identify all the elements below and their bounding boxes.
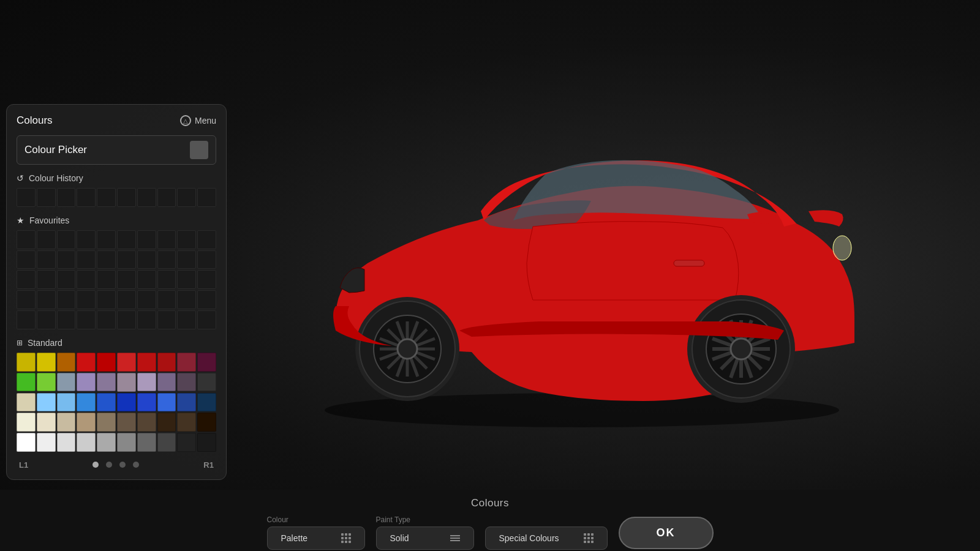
history-cell[interactable] (57, 188, 76, 207)
standard-color-cell[interactable] (17, 413, 36, 432)
fav-cell[interactable] (197, 290, 216, 309)
fav-cell[interactable] (77, 230, 96, 249)
standard-color-cell[interactable] (137, 393, 156, 412)
standard-color-cell[interactable] (37, 413, 56, 432)
standard-color-cell[interactable] (137, 373, 156, 392)
standard-color-cell[interactable] (57, 353, 76, 372)
standard-color-cell[interactable] (37, 433, 56, 452)
fav-cell[interactable] (57, 270, 76, 289)
fav-cell[interactable] (177, 290, 196, 309)
fav-cell[interactable] (177, 310, 196, 329)
fav-cell[interactable] (137, 290, 156, 309)
history-cell[interactable] (117, 188, 136, 207)
standard-color-cell[interactable] (37, 393, 56, 412)
standard-color-cell[interactable] (117, 353, 136, 372)
fav-cell[interactable] (97, 270, 116, 289)
standard-color-cell[interactable] (177, 413, 196, 432)
solid-button[interactable]: Solid (376, 527, 474, 550)
standard-color-cell[interactable] (77, 413, 96, 432)
standard-color-cell[interactable] (197, 353, 216, 372)
fav-cell[interactable] (137, 310, 156, 329)
standard-color-cell[interactable] (57, 413, 76, 432)
fav-cell[interactable] (77, 270, 96, 289)
fav-cell[interactable] (157, 270, 176, 289)
fav-cell[interactable] (197, 310, 216, 329)
standard-color-cell[interactable] (77, 393, 96, 412)
fav-cell[interactable] (157, 290, 176, 309)
standard-color-cell[interactable] (17, 433, 36, 452)
history-cell[interactable] (137, 188, 156, 207)
standard-color-cell[interactable] (197, 433, 216, 452)
standard-color-cell[interactable] (57, 373, 76, 392)
standard-color-cell[interactable] (177, 433, 196, 452)
fav-cell[interactable] (37, 230, 56, 249)
standard-color-cell[interactable] (17, 393, 36, 412)
standard-color-cell[interactable] (17, 373, 36, 392)
fav-cell[interactable] (57, 250, 76, 269)
standard-color-cell[interactable] (197, 373, 216, 392)
fav-cell[interactable] (157, 230, 176, 249)
standard-color-cell[interactable] (17, 353, 36, 372)
standard-color-cell[interactable] (197, 413, 216, 432)
fav-cell[interactable] (97, 230, 116, 249)
standard-color-cell[interactable] (97, 433, 116, 452)
fav-cell[interactable] (57, 310, 76, 329)
history-cell[interactable] (97, 188, 116, 207)
fav-cell[interactable] (57, 230, 76, 249)
fav-cell[interactable] (77, 290, 96, 309)
nav-l1[interactable]: L1 (19, 460, 28, 470)
fav-cell[interactable] (37, 270, 56, 289)
standard-color-cell[interactable] (97, 413, 116, 432)
ok-button[interactable]: OK (619, 517, 714, 549)
fav-cell[interactable] (157, 310, 176, 329)
fav-cell[interactable] (97, 310, 116, 329)
nav-r1[interactable]: R1 (203, 460, 214, 470)
standard-color-cell[interactable] (117, 413, 136, 432)
fav-cell[interactable] (157, 250, 176, 269)
fav-cell[interactable] (17, 310, 36, 329)
standard-color-cell[interactable] (77, 433, 96, 452)
standard-color-cell[interactable] (157, 353, 176, 372)
standard-color-cell[interactable] (57, 433, 76, 452)
standard-color-cell[interactable] (97, 393, 116, 412)
fav-cell[interactable] (17, 250, 36, 269)
palette-button[interactable]: Palette (267, 527, 365, 550)
fav-cell[interactable] (17, 290, 36, 309)
fav-cell[interactable] (177, 230, 196, 249)
standard-color-cell[interactable] (137, 433, 156, 452)
fav-cell[interactable] (117, 270, 136, 289)
standard-color-cell[interactable] (37, 353, 56, 372)
fav-cell[interactable] (177, 270, 196, 289)
standard-color-cell[interactable] (77, 353, 96, 372)
standard-color-cell[interactable] (157, 433, 176, 452)
fav-cell[interactable] (17, 270, 36, 289)
fav-cell[interactable] (37, 250, 56, 269)
history-cell[interactable] (17, 188, 36, 207)
fav-cell[interactable] (137, 270, 156, 289)
fav-cell[interactable] (137, 250, 156, 269)
nav-dot-2[interactable] (106, 462, 112, 468)
history-cell[interactable] (157, 188, 176, 207)
standard-color-cell[interactable] (117, 433, 136, 452)
fav-cell[interactable] (197, 230, 216, 249)
standard-color-cell[interactable] (137, 353, 156, 372)
nav-dot-1[interactable] (92, 462, 99, 468)
fav-cell[interactable] (17, 230, 36, 249)
colour-picker-row[interactable]: Colour Picker (17, 135, 216, 165)
standard-color-cell[interactable] (177, 353, 196, 372)
standard-color-cell[interactable] (157, 393, 176, 412)
fav-cell[interactable] (117, 310, 136, 329)
standard-color-cell[interactable] (137, 413, 156, 432)
standard-color-cell[interactable] (117, 393, 136, 412)
nav-dot-4[interactable] (133, 462, 139, 468)
fav-cell[interactable] (177, 250, 196, 269)
fav-cell[interactable] (197, 270, 216, 289)
standard-color-cell[interactable] (97, 353, 116, 372)
fav-cell[interactable] (137, 230, 156, 249)
fav-cell[interactable] (77, 250, 96, 269)
fav-cell[interactable] (117, 290, 136, 309)
standard-color-cell[interactable] (197, 393, 216, 412)
standard-color-cell[interactable] (157, 413, 176, 432)
standard-color-cell[interactable] (57, 393, 76, 412)
standard-color-cell[interactable] (117, 373, 136, 392)
